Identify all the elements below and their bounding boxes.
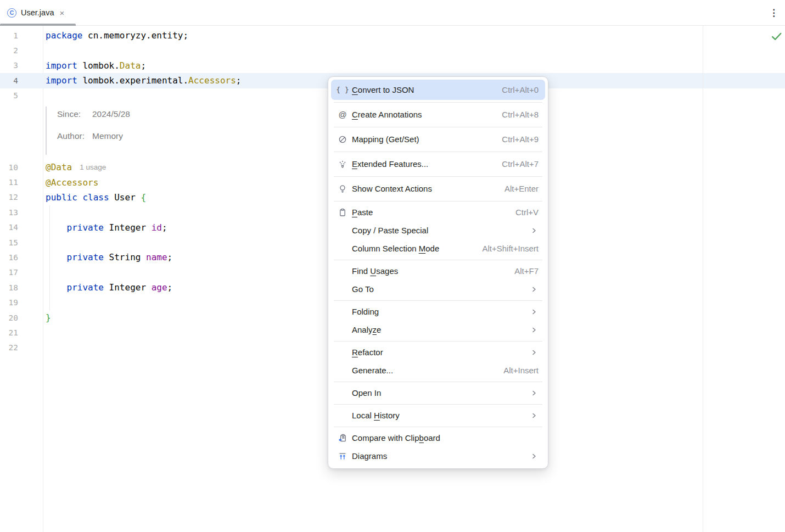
- no-icon: [337, 226, 349, 236]
- javadoc-label: Since:: [57, 109, 92, 119]
- ide-window: C User.java × ⋮ 1package cn.memoryzy.ent…: [0, 0, 785, 532]
- line-number: 1: [0, 31, 43, 40]
- line-number: 18: [0, 283, 43, 292]
- menu-item-mapping-get-set[interactable]: Mapping (Get/Set)Ctrl+Alt+9: [331, 129, 545, 149]
- menu-item-refactor[interactable]: Refactor: [331, 343, 545, 361]
- code-text: private String name;: [43, 252, 172, 262]
- line-number: 14: [0, 223, 43, 232]
- menu-item-label: Generate...: [352, 366, 494, 375]
- menu-separator: [334, 201, 542, 201]
- menu-item-go-to[interactable]: Go To: [331, 280, 545, 298]
- tab-user-java[interactable]: C User.java ×: [0, 0, 76, 25]
- menu-item-create-annotations[interactable]: @Create AnnotationsCtrl+Alt+8: [331, 104, 545, 125]
- line-number: 15: [0, 238, 43, 247]
- no-icon: [337, 244, 349, 254]
- menu-shortcut: Ctrl+Alt+7: [502, 159, 539, 169]
- tab-label: User.java: [21, 8, 54, 17]
- menu-separator: [334, 176, 542, 177]
- menu-item-convert-to-json[interactable]: { }Convert to JSONCtrl+Alt+0: [331, 80, 545, 100]
- no-icon: [337, 388, 349, 398]
- menu-item-local-history[interactable]: Local History: [331, 406, 545, 424]
- menu-item-analyze[interactable]: Analyze: [331, 321, 545, 339]
- menu-item-open-in[interactable]: Open In: [331, 384, 545, 402]
- code-text: private Integer age;: [43, 282, 172, 293]
- inspections-ok-icon[interactable]: [771, 31, 782, 41]
- line-number: 2: [0, 46, 43, 55]
- line-number: 12: [0, 193, 43, 201]
- usages-inlay-hint[interactable]: 1 usage: [80, 163, 106, 171]
- line-number: 17: [0, 268, 43, 277]
- line-number: 21: [0, 328, 43, 337]
- submenu-arrow-icon: [530, 226, 539, 235]
- no-icon: [337, 266, 349, 276]
- menu-item-generate[interactable]: Generate...Alt+Insert: [331, 361, 545, 379]
- menu-item-copy-paste-special[interactable]: Copy / Paste Special: [331, 221, 545, 239]
- menu-item-label: Show Context Actions: [352, 184, 495, 193]
- menu-item-find-usages[interactable]: Find UsagesAlt+F7: [331, 262, 545, 280]
- right-margin-guide: [703, 26, 703, 532]
- menu-item-label: Extended Features...: [352, 159, 492, 169]
- menu-shortcut: Alt+Enter: [504, 184, 539, 193]
- menu-item-label: Analyze: [352, 325, 520, 334]
- close-icon[interactable]: ×: [59, 9, 64, 17]
- code-line-3[interactable]: 3import lombok.Data;: [0, 58, 785, 73]
- menu-separator: [334, 300, 542, 301]
- no-icon: [337, 366, 349, 376]
- submenu-arrow-icon: [530, 307, 539, 316]
- submenu-arrow-icon: [530, 389, 539, 397]
- menu-item-paste[interactable]: PasteCtrl+V: [331, 203, 545, 221]
- no-icon: [337, 284, 349, 294]
- line-number: 11: [0, 178, 43, 187]
- code-text: @Data1 usage: [43, 162, 106, 172]
- submenu-arrow-icon: [530, 285, 539, 294]
- menu-item-label: Mapping (Get/Set): [352, 135, 492, 144]
- menu-item-folding[interactable]: Folding: [331, 303, 545, 321]
- line-number: 13: [0, 208, 43, 217]
- submenu-arrow-icon: [530, 411, 539, 420]
- line-number: 19: [0, 298, 43, 307]
- menu-item-label: Go To: [352, 284, 520, 294]
- javadoc-label: Author:: [57, 131, 92, 141]
- menu-item-label: Create Annotations: [352, 110, 492, 119]
- menu-separator: [334, 152, 542, 152]
- code-text: @Accessors: [43, 177, 98, 188]
- line-number: 10: [0, 163, 43, 172]
- menu-separator: [334, 127, 542, 127]
- menu-item-label: Diagrams: [352, 451, 520, 461]
- submenu-arrow-icon: [530, 348, 539, 357]
- menu-item-label: Folding: [352, 307, 520, 316]
- menu-item-label: Copy / Paste Special: [352, 226, 520, 235]
- javadoc-value: Memory: [92, 131, 123, 141]
- code-text: package cn.memoryzy.entity;: [43, 30, 188, 41]
- code-line-2[interactable]: 2: [0, 43, 785, 58]
- menu-item-extended-features[interactable]: Extended Features...Ctrl+Alt+7: [331, 154, 545, 174]
- menu-shortcut: Ctrl+Alt+9: [502, 135, 539, 144]
- menu-item-diagrams[interactable]: Diagrams: [331, 447, 545, 465]
- menu-shortcut: Alt+F7: [514, 266, 539, 276]
- menu-item-column-selection-mode[interactable]: Column Selection ModeAlt+Shift+Insert: [331, 239, 545, 257]
- at-icon: @: [337, 110, 349, 120]
- diagrams-icon: [337, 451, 349, 461]
- menu-item-show-context-actions[interactable]: Show Context ActionsAlt+Enter: [331, 178, 545, 199]
- javadoc-value: 2024/5/28: [92, 109, 130, 119]
- menu-separator: [334, 102, 542, 103]
- menu-item-compare-with-clipboard[interactable]: Compare with Clipboard: [331, 429, 545, 447]
- menu-separator: [334, 404, 542, 405]
- no-icon: [337, 325, 349, 335]
- menu-shortcut: Alt+Shift+Insert: [482, 244, 539, 253]
- menu-item-label: Convert to JSON: [352, 85, 492, 94]
- sprinkle-icon: [337, 159, 349, 169]
- menu-shortcut: Ctrl+Alt+8: [502, 110, 539, 119]
- editor-tab-bar: C User.java × ⋮: [0, 0, 785, 26]
- more-options-icon[interactable]: ⋮: [769, 0, 778, 25]
- bulb-icon: [337, 184, 349, 194]
- submenu-arrow-icon: [530, 452, 539, 461]
- clipboard-icon: [337, 208, 349, 217]
- compare-clipboard-icon: [337, 433, 349, 443]
- menu-item-label: Find Usages: [352, 266, 504, 276]
- menu-separator: [334, 427, 542, 427]
- code-line-1[interactable]: 1package cn.memoryzy.entity;: [0, 28, 785, 43]
- line-number: 3: [0, 61, 43, 70]
- menu-separator: [334, 341, 542, 341]
- line-number: 22: [0, 343, 43, 352]
